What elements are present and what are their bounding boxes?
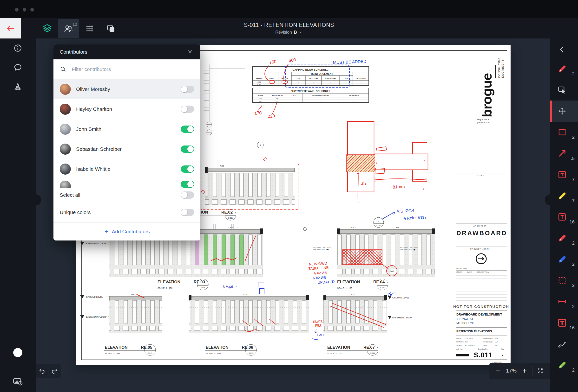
brogue-phone: (03) 9416 2092 xyxy=(477,121,490,124)
tool-pen-red[interactable]: 2 xyxy=(550,58,578,79)
contributor-name: Sebastian Schreiber xyxy=(76,146,122,152)
description-label: DESCRIPTION xyxy=(477,271,489,273)
layers-icon xyxy=(42,24,52,33)
unique-colors-toggle[interactable] xyxy=(181,209,194,216)
plus-icon xyxy=(104,229,109,234)
cb1-label: CB1 xyxy=(220,165,224,167)
comments-button[interactable] xyxy=(0,58,36,77)
ink-ld-a: ↳#2.ØA xyxy=(314,271,327,275)
contributors-button[interactable]: 10 xyxy=(58,19,79,38)
left-panel-handle[interactable] xyxy=(36,194,41,205)
col-additional: ADDITIONAL xyxy=(324,78,336,80)
contributor-toggle[interactable] xyxy=(181,165,194,173)
fullscreen-button[interactable] xyxy=(535,366,545,376)
select-all-toggle[interactable] xyxy=(181,192,194,199)
ink-slate: SLATE xyxy=(313,319,323,324)
cb2-label-b2a: CB2 xyxy=(351,226,356,229)
top-toolbar: 10 S-011 - RETENTION ELEVATIONS Revision… xyxy=(0,18,578,39)
app-window: 10 S-011 - RETENTION ELEVATIONS Revision… xyxy=(0,0,578,392)
shortcuts-button[interactable] xyxy=(0,370,36,392)
ink-10d: 1ØD xyxy=(317,333,324,337)
contributor-toggle[interactable] xyxy=(181,125,194,133)
tool-rectangle[interactable]: 2 xyxy=(550,122,578,143)
pages-button[interactable] xyxy=(100,18,121,39)
contributors-panel: Contributors Oliver Moresby Hayley Charl… xyxy=(53,44,200,240)
layers-button[interactable] xyxy=(37,18,58,39)
col-width: WIDTH xyxy=(282,78,288,80)
right-panel-handle[interactable] xyxy=(545,194,550,205)
grid-button[interactable] xyxy=(79,18,100,39)
contributor-toggle[interactable] xyxy=(181,86,194,93)
drawboard-logo: DRAWBOARD xyxy=(456,230,507,237)
tool-pen-red-2[interactable]: 2 xyxy=(550,228,578,249)
tool-text-box-bold[interactable]: 16 xyxy=(550,312,578,333)
nfc-label: NOT FOR CONSTRUCTION xyxy=(453,305,509,309)
tool-arrow[interactable]: .5 xyxy=(550,143,578,164)
contributor-row[interactable]: John Smith xyxy=(53,119,200,139)
contributor-row[interactable]: Hayley Charlton xyxy=(53,99,200,119)
tool-curve[interactable] xyxy=(550,333,578,354)
text-box-icon xyxy=(558,212,567,222)
add-contributors-button[interactable]: Add Contributors xyxy=(53,223,200,240)
undo-button[interactable] xyxy=(36,364,48,378)
issues-button[interactable] xyxy=(0,77,36,96)
filter-contributors-input[interactable] xyxy=(71,66,194,72)
back-button[interactable] xyxy=(0,18,21,39)
redo-button[interactable] xyxy=(48,364,61,378)
revision-value: B xyxy=(294,30,297,35)
sheet-number: S.011 xyxy=(474,351,492,359)
zoom-in-button[interactable] xyxy=(520,366,529,376)
col-remarks2: REMARKS xyxy=(349,94,359,96)
rev-label: Rev. xyxy=(501,348,504,350)
add-contributors-label: Add Contributors xyxy=(112,229,150,235)
pen-icon xyxy=(558,255,567,264)
tool-text-box[interactable]: 7 xyxy=(550,164,578,185)
chat-icon xyxy=(13,63,22,72)
tool-text-box-2[interactable]: 16 xyxy=(550,206,578,228)
grid-icon xyxy=(85,24,95,33)
tool-cloud-rect[interactable]: 2 xyxy=(550,270,578,291)
basement-floor-left-c: BASEMENT FLOOR xyxy=(86,316,106,318)
ink-220: 220 xyxy=(268,114,275,119)
revision-selector[interactable]: Revision B xyxy=(275,30,303,35)
dev-addr1: 1 FUNGE ST xyxy=(456,317,474,320)
text-box-icon xyxy=(558,170,567,179)
avatar xyxy=(60,124,71,135)
contributor-row[interactable]: Oliver Moresby xyxy=(53,79,200,99)
close-icon xyxy=(187,49,193,54)
status-dot[interactable] xyxy=(13,348,22,357)
curve-icon xyxy=(558,339,567,349)
contributor-toggle[interactable] xyxy=(181,181,194,188)
tool-pen-yellow[interactable]: 7 xyxy=(550,185,578,206)
document-title: S-011 - RETENTION ELEVATIONS xyxy=(244,22,334,28)
tool-collapse-rail[interactable] xyxy=(550,41,578,58)
date-col-label: DATE xyxy=(467,271,472,273)
zoom-out-button[interactable] xyxy=(493,366,503,376)
contributor-toggle[interactable] xyxy=(181,146,194,153)
contributor-row[interactable]: Sebastian Schreiber xyxy=(53,139,200,159)
brogue-engineers: ENGINEERS xyxy=(501,59,504,78)
col-bottom: BOTTOM xyxy=(309,78,318,80)
avatar xyxy=(60,163,71,175)
row-cb2: CB2 xyxy=(257,83,261,86)
revision-section-label: REVISION xyxy=(456,268,468,270)
contributor-row-partial[interactable] xyxy=(53,179,200,188)
tool-pen-green[interactable]: 2 xyxy=(550,354,578,376)
contributor-toggle[interactable] xyxy=(181,106,194,113)
contributor-row[interactable]: Isabelle Whittle xyxy=(53,159,200,179)
tool-select[interactable] xyxy=(550,79,578,101)
close-panel-button[interactable] xyxy=(186,49,194,55)
tool-move[interactable] xyxy=(550,101,578,122)
contributor-name: John Smith xyxy=(76,126,101,132)
left-rail xyxy=(0,39,36,392)
select-all-label: Select all xyxy=(60,192,80,198)
cb1-c2: CB1 xyxy=(243,293,247,296)
zoom-level: 17% xyxy=(504,368,519,374)
contributors-icon xyxy=(64,24,73,34)
tool-measure[interactable]: 2 xyxy=(550,291,578,312)
brogue-web: brogue.com.au xyxy=(477,118,490,121)
info-button[interactable] xyxy=(0,39,36,58)
tool-pen-blue[interactable]: 2 xyxy=(550,249,578,270)
designed-value: BB xyxy=(495,337,498,340)
drawing-canvas[interactable]: CAPPING BEAM SCHEDULE REINFORCEMENT MARK… xyxy=(36,39,550,392)
